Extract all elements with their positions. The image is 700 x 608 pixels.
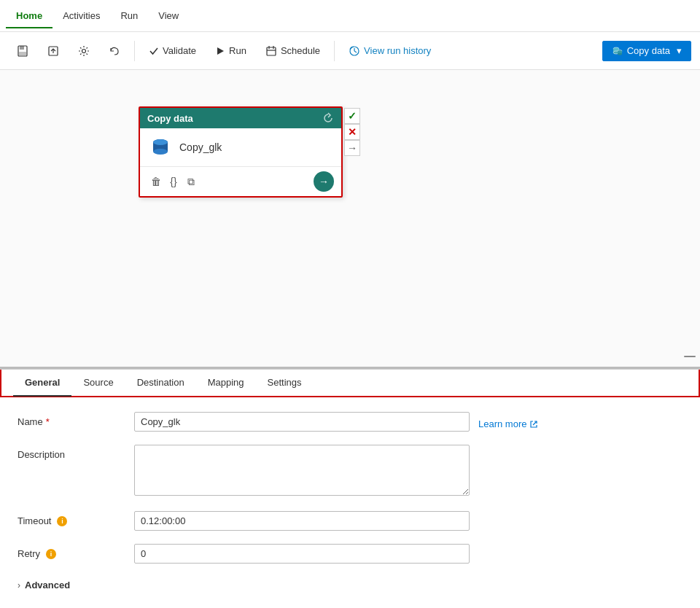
retry-control xyxy=(134,544,682,564)
retry-info-icon: i xyxy=(46,549,56,559)
node-body: Copy_glk xyxy=(140,128,341,166)
gear-icon xyxy=(78,45,90,57)
svg-rect-1 xyxy=(20,46,24,50)
timeout-control xyxy=(134,511,682,531)
svg-rect-26 xyxy=(684,356,696,357)
node-check-button[interactable]: ✓ xyxy=(344,108,360,124)
svg-point-23 xyxy=(153,139,168,145)
menu-view[interactable]: View xyxy=(148,3,189,28)
svg-line-13 xyxy=(354,51,357,52)
tab-destination[interactable]: Destination xyxy=(125,370,196,397)
copy-data-dropdown-icon: ▾ xyxy=(677,45,682,56)
name-row: Name * Learn more xyxy=(18,412,682,432)
external-link-icon xyxy=(529,420,538,429)
tabs-bar: General Source Destination Mapping Setti… xyxy=(0,370,700,397)
name-control: Learn more xyxy=(134,412,682,432)
node-copy-button[interactable]: ⧉ xyxy=(182,173,200,190)
learn-more-link[interactable]: Learn more xyxy=(478,414,538,429)
undo-button[interactable] xyxy=(101,41,128,61)
copy-data-node[interactable]: Copy data Copy_glk 🗑 {} xyxy=(139,106,343,198)
node-header: Copy data xyxy=(140,108,341,128)
copy-data-button[interactable]: Copy data ▾ xyxy=(602,41,691,61)
description-row: Description xyxy=(18,445,682,498)
node-side-buttons: ✓ ✕ → xyxy=(344,108,360,156)
bottom-panel: General Source Destination Mapping Setti… xyxy=(0,369,700,608)
node-actions: 🗑 {} ⧉ → xyxy=(140,166,341,196)
checkmark-icon xyxy=(149,46,159,56)
tab-general[interactable]: General xyxy=(13,370,71,397)
schedule-button[interactable]: Schedule xyxy=(257,41,328,61)
svg-point-19 xyxy=(618,52,622,55)
separator-2 xyxy=(334,41,335,61)
copy-data-icon xyxy=(612,45,623,57)
separator-1 xyxy=(134,41,135,61)
undo-icon xyxy=(109,45,120,57)
play-icon xyxy=(215,46,225,56)
advanced-row[interactable]: › Advanced xyxy=(18,577,682,593)
menu-activities[interactable]: Activities xyxy=(52,3,110,28)
database-icon xyxy=(149,136,172,159)
toolbar: Validate Run Schedule View run history xyxy=(0,32,700,70)
node-go-button[interactable]: → xyxy=(314,171,334,192)
timeout-label: Timeout i xyxy=(18,511,134,526)
description-control xyxy=(134,445,682,498)
save-button[interactable] xyxy=(9,41,36,61)
run-button[interactable]: Run xyxy=(207,41,254,61)
canvas-resize-handle[interactable] xyxy=(682,349,697,364)
description-label: Description xyxy=(18,445,134,460)
description-input[interactable] xyxy=(134,445,470,496)
chevron-right-icon: › xyxy=(18,580,20,591)
timeout-info-icon: i xyxy=(57,516,67,526)
node-name: Copy_glk xyxy=(179,141,222,153)
tab-source[interactable]: Source xyxy=(71,370,125,397)
schedule-icon xyxy=(265,45,277,57)
svg-rect-2 xyxy=(19,52,26,55)
svg-point-5 xyxy=(82,49,86,52)
save-icon xyxy=(17,45,28,57)
retry-row: Retry i xyxy=(18,544,682,564)
retry-label: Retry i xyxy=(18,544,134,559)
required-star: * xyxy=(46,416,50,427)
publish-button[interactable] xyxy=(39,41,67,61)
view-run-history-button[interactable]: View run history xyxy=(341,41,439,61)
timeout-row: Timeout i xyxy=(18,511,682,531)
name-input[interactable] xyxy=(134,412,470,432)
canvas: Copy data Copy_glk 🗑 {} xyxy=(0,70,700,369)
svg-rect-7 xyxy=(267,47,276,55)
node-delete-button[interactable]: 🗑 xyxy=(147,173,165,190)
tab-settings[interactable]: Settings xyxy=(256,370,314,397)
tab-mapping[interactable]: Mapping xyxy=(196,370,256,397)
name-label: Name * xyxy=(18,412,134,427)
settings-button[interactable] xyxy=(70,41,98,61)
node-refresh-icon[interactable] xyxy=(322,112,334,124)
node-x-button[interactable]: ✕ xyxy=(344,124,360,140)
menu-home[interactable]: Home xyxy=(6,3,52,28)
timeout-input[interactable] xyxy=(134,511,470,531)
form-area: Name * Learn more Description xyxy=(0,397,700,608)
publish-icon xyxy=(47,45,59,57)
menu-run[interactable]: Run xyxy=(110,3,148,28)
validate-button[interactable]: Validate xyxy=(141,41,204,61)
advanced-label: Advanced xyxy=(25,580,70,591)
svg-point-25 xyxy=(153,149,168,155)
menu-bar: Home Activities Run View xyxy=(0,0,700,32)
svg-marker-6 xyxy=(217,47,224,55)
node-arrow-button[interactable]: → xyxy=(344,140,360,156)
node-code-button[interactable]: {} xyxy=(165,173,182,190)
history-icon xyxy=(349,45,360,57)
svg-line-27 xyxy=(533,421,537,425)
retry-input[interactable] xyxy=(134,544,470,564)
